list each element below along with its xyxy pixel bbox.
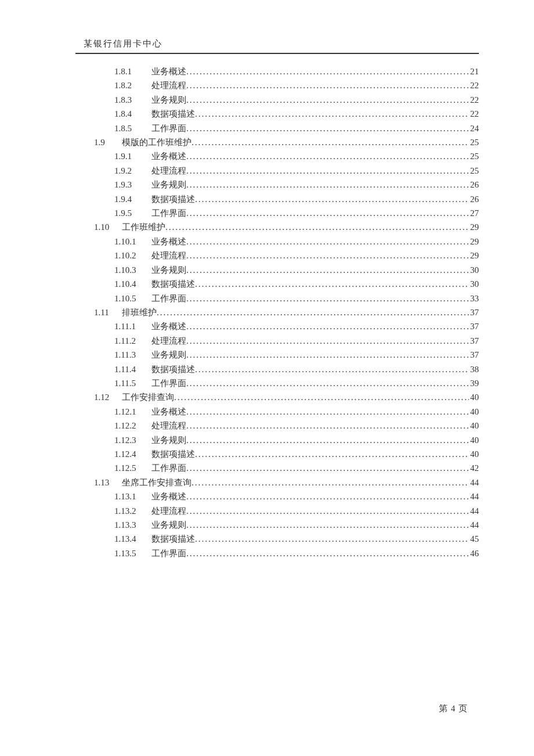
toc-entry-title: 工作班维护 [122, 220, 165, 234]
toc-entry-title: 业务规则 [151, 93, 186, 107]
toc-entry: 1.11排班维护37 [75, 305, 479, 319]
toc-entry-title: 处理流程 [151, 78, 186, 92]
toc-entry-page: 44 [469, 476, 479, 489]
toc-entry: 1.8.1业务概述21 [75, 64, 479, 78]
toc-entry: 1.9.2处理流程25 [75, 164, 479, 178]
toc-entry-page: 22 [469, 93, 479, 107]
toc-leader-dots [195, 447, 469, 461]
toc-leader-dots [195, 107, 469, 121]
toc-entry: 1.9.4数据项描述26 [75, 192, 479, 206]
toc-leader-dots [186, 291, 469, 305]
toc-entry-number: 1.10.2 [114, 249, 151, 262]
toc-leader-dots [174, 390, 469, 404]
toc-entry-title: 工作界面 [151, 206, 186, 220]
toc-leader-dots [186, 489, 469, 503]
toc-entry: 1.9.3业务规则26 [75, 178, 479, 192]
toc-entry-title: 业务概述 [151, 319, 186, 333]
toc-entry-page: 42 [469, 461, 479, 475]
toc-entry-page: 44 [469, 504, 479, 518]
toc-leader-dots [186, 405, 469, 419]
toc-entry-title: 工作界面 [151, 121, 186, 135]
toc-entry: 1.9.1业务概述25 [75, 149, 479, 163]
toc-entry-page: 40 [469, 405, 479, 419]
toc-leader-dots [186, 546, 469, 560]
toc-entry-page: 40 [469, 447, 479, 461]
toc-entry-title: 处理流程 [151, 334, 186, 348]
header-divider [75, 53, 479, 54]
toc-entry-title: 工作安排查询 [122, 390, 174, 404]
toc-entry-number: 1.13 [94, 476, 122, 489]
page-footer: 第 4 页 [439, 703, 468, 714]
toc-entry-title: 业务规则 [151, 178, 186, 192]
toc-entry: 1.11.2处理流程37 [75, 334, 479, 348]
toc-entry-title: 处理流程 [151, 249, 186, 262]
toc-entry: 1.11.3业务规则37 [75, 348, 479, 362]
toc-entry-number: 1.12.5 [114, 461, 151, 475]
toc-leader-dots [165, 220, 469, 234]
toc-entry-number: 1.10 [94, 220, 122, 234]
toc-entry-number: 1.8.5 [114, 121, 151, 135]
toc-entry-number: 1.12 [94, 390, 122, 404]
toc-entry-page: 37 [469, 305, 479, 319]
toc-entry-number: 1.9.2 [114, 164, 151, 178]
toc-entry-number: 1.9 [94, 135, 122, 149]
toc-entry: 1.12.4数据项描述40 [75, 447, 479, 461]
toc-entry-number: 1.9.4 [114, 192, 151, 206]
toc-entry-number: 1.10.1 [114, 235, 151, 249]
toc-leader-dots [186, 518, 469, 532]
toc-entry-title: 处理流程 [151, 504, 186, 518]
toc-leader-dots [186, 235, 469, 249]
toc-leader-dots [195, 362, 469, 376]
toc-entry: 1.12.2处理流程40 [75, 419, 479, 433]
toc-entry-page: 29 [469, 235, 479, 249]
toc-entry-page: 24 [469, 121, 479, 135]
toc-leader-dots [186, 93, 469, 107]
toc-entry: 1.12.1业务概述40 [75, 405, 479, 419]
toc-entry: 1.13.1业务概述44 [75, 489, 479, 503]
toc-leader-dots [186, 149, 469, 163]
toc-entry: 1.13.2处理流程44 [75, 504, 479, 518]
toc-entry-title: 工作界面 [151, 376, 186, 390]
toc-entry-page: 40 [469, 419, 479, 433]
toc-leader-dots [157, 305, 469, 319]
toc-entry: 1.10.5工作界面33 [75, 291, 479, 305]
toc-entry-title: 业务概述 [151, 149, 186, 163]
toc-leader-dots [186, 334, 469, 348]
toc-entry-page: 45 [469, 532, 479, 546]
toc-entry-number: 1.13.4 [114, 532, 151, 546]
toc-entry: 1.8.5工作界面24 [75, 121, 479, 135]
toc-entry: 1.8.2处理流程22 [75, 78, 479, 92]
toc-leader-dots [195, 277, 469, 291]
toc-entry-page: 30 [469, 277, 479, 291]
toc-leader-dots [186, 263, 469, 277]
toc-entry-number: 1.13.5 [114, 546, 151, 560]
toc-entry-page: 33 [469, 291, 479, 305]
toc-entry: 1.10.3业务规则30 [75, 263, 479, 277]
toc-entry-title: 处理流程 [151, 419, 186, 433]
toc-entry-page: 21 [469, 64, 479, 78]
toc-leader-dots [186, 419, 469, 433]
toc-entry: 1.8.4数据项描述22 [75, 107, 479, 121]
toc-entry-title: 业务规则 [151, 518, 186, 532]
toc-leader-dots [186, 376, 469, 390]
toc-entry-page: 37 [469, 334, 479, 348]
toc-entry-page: 29 [469, 220, 479, 234]
toc-entry-title: 业务概述 [151, 489, 186, 503]
toc-entry-page: 30 [469, 263, 479, 277]
toc-entry: 1.10.2处理流程29 [75, 249, 479, 262]
toc-entry-page: 39 [469, 376, 479, 390]
toc-entry-page: 40 [469, 390, 479, 404]
toc-leader-dots [186, 78, 469, 92]
toc-entry-number: 1.10.3 [114, 263, 151, 277]
toc-leader-dots [186, 319, 469, 333]
toc-entry: 1.12.3业务规则40 [75, 433, 479, 447]
toc-entry-page: 25 [469, 149, 479, 163]
toc-entry-number: 1.13.2 [114, 504, 151, 518]
toc-entry: 1.11.1业务概述37 [75, 319, 479, 333]
toc-leader-dots [186, 504, 469, 518]
toc-entry-title: 排班维护 [122, 305, 157, 319]
toc-entry-title: 数据项描述 [151, 192, 195, 206]
toc-entry-title: 工作界面 [151, 291, 186, 305]
toc-entry-page: 26 [469, 192, 479, 206]
toc-leader-dots [186, 348, 469, 362]
